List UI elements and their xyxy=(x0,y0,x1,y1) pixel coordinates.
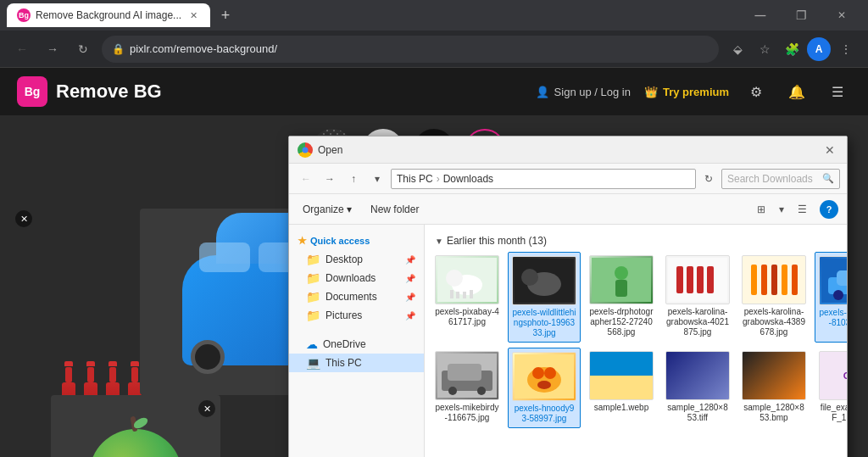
active-tab[interactable]: Bg Remove Background AI image... ✕ xyxy=(7,3,210,27)
sidebar-item-desktop[interactable]: 📁 Desktop 📌 xyxy=(289,250,424,269)
tab-close-btn[interactable]: ✕ xyxy=(186,8,200,22)
file-name-night: sample_1280×853.tiff xyxy=(665,403,730,423)
svg-point-38 xyxy=(537,381,551,389)
svg-rect-23 xyxy=(792,265,798,295)
file-item-bottles2[interactable]: pexels-karolina-grabowska-4389678.jpg xyxy=(738,252,810,343)
reload-btn[interactable]: ↻ xyxy=(71,37,95,61)
file-thumb-horse-white xyxy=(435,255,499,304)
back-btn[interactable]: ← xyxy=(10,37,34,61)
file-thumb-green xyxy=(589,255,654,304)
file-item-dog[interactable]: pexels-hnoody93-58997.jpg xyxy=(508,348,581,428)
sidebar-item-thispc[interactable]: 💻 This PC xyxy=(289,354,424,372)
pictures-pin-icon: 📌 xyxy=(405,311,415,320)
cast-btn[interactable]: ⬙ xyxy=(726,37,749,61)
sidebar-item-pictures-label: Pictures xyxy=(326,309,362,321)
svg-rect-12 xyxy=(615,280,627,297)
svg-rect-19 xyxy=(751,265,757,295)
file-name-green: pexels-drphotographer152-27240568.jpg xyxy=(589,307,654,337)
view-dropdown-btn[interactable]: ▾ xyxy=(772,200,791,219)
app-area: Bg Remove BG 👤 Sign up / Log in 👑 Try pr… xyxy=(0,68,868,457)
file-item-horse-dark[interactable]: pexels-wildlittlehingsphoto-1996333.jpg xyxy=(508,252,581,343)
file-item-night[interactable]: sample_1280×853.tiff xyxy=(662,348,733,428)
gif-label: GIF xyxy=(843,371,847,381)
file-name-horse-dark: pexels-wildlittlehingsphoto-1996333.jpg xyxy=(512,308,576,338)
svg-rect-20 xyxy=(761,265,767,295)
dialog-recent-btn[interactable]: ▾ xyxy=(367,169,387,189)
svg-rect-26 xyxy=(837,270,847,286)
sidebar-item-pictures[interactable]: 📁 Pictures 📌 xyxy=(289,306,424,325)
bookmark-btn[interactable]: ☆ xyxy=(753,37,776,61)
view-grid-btn[interactable]: ⊞ xyxy=(752,200,771,219)
downloads-icon: 📁 xyxy=(306,271,320,285)
secure-icon: 🔒 xyxy=(112,43,125,55)
section-earlier-label: ▼ Earlier this month (13) xyxy=(431,231,840,252)
svg-rect-22 xyxy=(782,265,787,295)
file-grid: pexels-pixabay-461717.jpg pexels-wildlit… xyxy=(431,252,840,428)
dialog-toolbar: ← → ↑ ▾ This PC › Downloads ↻ Search Dow… xyxy=(289,164,847,194)
sidebar-item-downloads[interactable]: 📁 Downloads 📌 xyxy=(289,269,424,287)
help-btn[interactable]: ? xyxy=(820,200,838,219)
refresh-btn[interactable]: ↻ xyxy=(699,170,718,188)
restore-btn[interactable]: ❐ xyxy=(782,2,821,29)
svg-rect-4 xyxy=(456,292,459,298)
sidebar-item-onedrive[interactable]: ☁ OneDrive xyxy=(289,335,424,354)
downloads-pin-icon: 📌 xyxy=(405,274,415,283)
svg-rect-16 xyxy=(697,266,704,293)
file-item-bottles1[interactable]: pexels-karolina-grabowska-4021875.jpg xyxy=(662,252,733,343)
file-item-night2[interactable]: sample_1280×853.bmp xyxy=(738,348,810,428)
sidebar-item-documents[interactable]: 📁 Documents 📌 xyxy=(289,287,424,306)
file-item-gif[interactable]: GIF file_example_GIF_1MB.gif xyxy=(815,348,847,428)
star-icon: ★ xyxy=(298,235,307,247)
dialog-close-btn[interactable]: ✕ xyxy=(821,142,838,159)
view-details-btn[interactable]: ☰ xyxy=(793,200,811,219)
file-name-horse-white: pexels-pixabay-461717.jpg xyxy=(435,307,499,327)
forward-btn[interactable]: → xyxy=(41,37,64,61)
close-window-btn[interactable]: ✕ xyxy=(822,2,861,29)
dialog-forward-btn[interactable]: → xyxy=(320,169,340,189)
sidebar-item-documents-label: Documents xyxy=(326,291,377,303)
search-box[interactable]: Search Downloads 🔍 xyxy=(721,169,840,189)
search-icon: 🔍 xyxy=(822,173,834,184)
file-item-beach[interactable]: sample1.webp xyxy=(586,348,657,428)
organize-btn[interactable]: Organize ▾ xyxy=(298,202,357,217)
file-item-horse-white[interactable]: pexels-pixabay-461717.jpg xyxy=(431,252,503,343)
svg-point-27 xyxy=(833,290,843,300)
minimize-btn[interactable]: ─ xyxy=(741,2,780,29)
browser-actions: ⬙ ☆ 🧩 A ⋮ xyxy=(726,37,858,61)
tab-bar: Bg Remove Background AI image... ✕ + ─ ❐… xyxy=(0,0,868,31)
quick-access-header[interactable]: ★ Quick access xyxy=(289,231,424,250)
file-name-bottles2: pexels-karolina-grabowska-4389678.jpg xyxy=(742,307,806,337)
browser-chrome: Bg Remove Background AI image... ✕ + ─ ❐… xyxy=(0,0,868,68)
chrome-icon xyxy=(298,142,313,158)
file-thumb-bottles1 xyxy=(665,255,730,304)
onedrive-icon: ☁ xyxy=(306,337,318,351)
more-btn[interactable]: ⋮ xyxy=(834,37,858,61)
file-thumb-suv xyxy=(435,351,499,400)
url-box[interactable]: 🔒 pixlr.com/remove-background/ xyxy=(102,36,719,63)
file-thumb-night xyxy=(665,351,730,400)
svg-point-2 xyxy=(446,270,463,287)
profile-btn[interactable]: A xyxy=(807,37,831,61)
file-name-dog: pexels-hnoody93-58997.jpg xyxy=(512,404,576,424)
file-name-suv: pexels-mikebirdy-116675.jpg xyxy=(435,403,499,423)
file-thumb-gif: GIF xyxy=(819,351,847,400)
breadcrumb-folder: Downloads xyxy=(443,173,493,185)
svg-rect-6 xyxy=(470,290,473,298)
section-arrow: ▼ xyxy=(435,237,443,246)
file-item-green[interactable]: pexels-drphotographer152-27240568.jpg xyxy=(586,252,657,343)
dialog-back-btn[interactable]: ← xyxy=(296,169,316,189)
new-tab-btn[interactable]: + xyxy=(214,3,237,27)
file-item-suv[interactable]: pexels-mikebirdy-116675.jpg xyxy=(431,348,503,428)
dialog-up-btn[interactable]: ↑ xyxy=(343,169,364,189)
pictures-icon: 📁 xyxy=(306,309,320,322)
svg-rect-17 xyxy=(707,266,714,293)
thispc-icon: 💻 xyxy=(306,356,320,370)
desktop-pin-icon: 📌 xyxy=(405,255,415,265)
new-folder-btn[interactable]: New folder xyxy=(365,202,424,217)
svg-point-32 xyxy=(448,387,457,395)
extensions-btn[interactable]: 🧩 xyxy=(780,37,804,61)
dialog-title-text: Open xyxy=(318,144,821,156)
file-item-car-blue[interactable]: pexels-mikebirdy-810357.jpg xyxy=(815,252,847,343)
breadcrumb-bar[interactable]: This PC › Downloads xyxy=(391,169,696,189)
sidebar-item-desktop-label: Desktop xyxy=(326,254,363,265)
